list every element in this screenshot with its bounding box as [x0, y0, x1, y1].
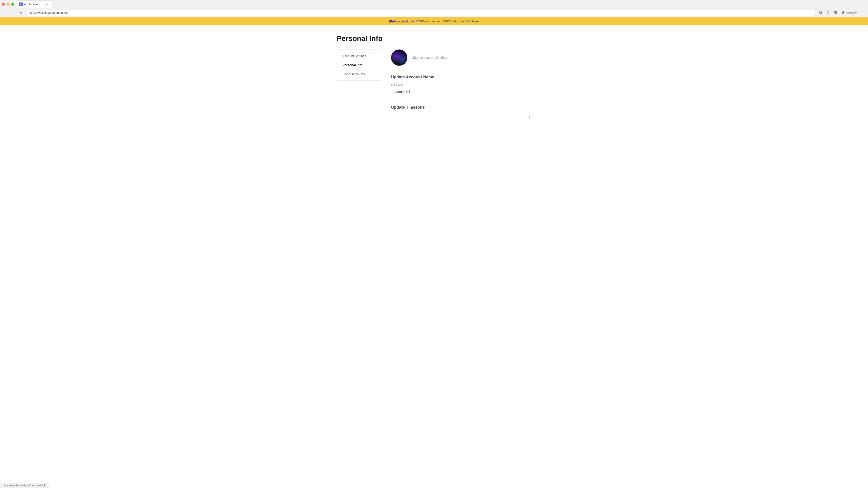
change-photo-text[interactable]: Change your profile photo [412, 56, 448, 59]
window-controls [2, 3, 14, 6]
reload-button[interactable]: ↻ [18, 9, 24, 16]
svg-rect-5 [835, 13, 837, 14]
sidebar-item-account-settings-label: Account Settings [342, 54, 366, 58]
search-icon-button[interactable] [817, 9, 824, 16]
incognito-icon [842, 11, 845, 14]
incognito-label: Incognito [846, 11, 857, 14]
profile-section: Change your profile photo [391, 50, 531, 66]
url-text: arc.dev/settings/personal-info [30, 11, 68, 14]
extensions-icon-button[interactable] [832, 9, 838, 16]
more-menu-button[interactable]: ⋮ [860, 9, 866, 16]
browser-chrome: A Arc Account × + ‹ › ↻ arc.dev/settings… [0, 0, 868, 18]
browser-tab[interactable]: A Arc Account × [16, 0, 52, 8]
bookmark-icon-button[interactable] [825, 9, 831, 16]
timezone-dropdown-icon: ▾ [529, 115, 530, 119]
main-content-area: Change your profile photo Update Account… [391, 50, 531, 129]
address-bar[interactable]: arc.dev/settings/personal-info [26, 9, 816, 16]
promo-banner: [Refer a friend to Arc] $500 cash for yo… [0, 18, 868, 25]
update-timezone-title: Update Timezone [391, 105, 531, 110]
svg-line-1 [822, 13, 822, 14]
svg-rect-2 [834, 11, 835, 12]
new-tab-button[interactable]: + [54, 1, 60, 7]
tab-favicon: A [19, 2, 23, 6]
tab-title: Arc Account [24, 3, 44, 6]
svg-point-6 [842, 11, 844, 14]
forward-button[interactable]: › [10, 9, 16, 16]
full-name-input[interactable] [391, 88, 531, 96]
svg-point-7 [843, 12, 843, 12]
back-button[interactable]: ‹ [2, 9, 8, 16]
sidebar-item-personal-info[interactable]: Personal Info [337, 61, 382, 70]
sidebar-item-personal-info-label: Personal Info [342, 63, 363, 67]
sidebar-item-social-accounts-label: Social Accounts [342, 72, 365, 76]
sidebar-item-account-settings[interactable]: Account Settings [337, 52, 382, 61]
sidebar-item-social-accounts[interactable]: Social Accounts [337, 70, 382, 78]
page-content: Personal Info Account Settings Personal … [0, 25, 868, 488]
bookmark-icon [826, 11, 830, 14]
update-timezone-section: Update Timezone ▾ [391, 105, 531, 120]
referral-link[interactable]: [Refer a friend to Arc] [389, 20, 417, 23]
timezone-select-container[interactable]: ▾ [391, 113, 531, 120]
status-bar: https://arc.dev/settings/personal-info [0, 483, 49, 488]
extensions-icon [833, 11, 837, 14]
banner-text: $500 cash for you, $1000 hiring credit f… [417, 20, 478, 23]
window-maximize-button[interactable] [11, 3, 14, 6]
avatar[interactable] [391, 50, 407, 66]
address-bar-row: ‹ › ↻ arc.dev/settings/personal-info [0, 8, 868, 17]
title-bar: A Arc Account × + [0, 0, 868, 8]
toolbar-icons: Incognito ⋮ [817, 9, 866, 16]
tab-close-button[interactable]: × [46, 2, 49, 6]
svg-rect-3 [835, 11, 837, 12]
full-name-label: Full Name [391, 83, 531, 86]
page-title: Personal Info [337, 34, 531, 43]
update-name-section: Update Account Name Full Name [391, 75, 531, 96]
sidebar: Account Settings Personal Info Social Ac… [337, 50, 382, 80]
main-layout: Account Settings Personal Info Social Ac… [337, 50, 531, 129]
svg-rect-4 [834, 13, 835, 14]
incognito-button[interactable]: Incognito [839, 10, 859, 15]
window-minimize-button[interactable] [6, 3, 9, 6]
page-inner: Personal Info Account Settings Personal … [332, 34, 536, 129]
status-url: https://arc.dev/settings/personal-info [3, 484, 46, 487]
update-name-title: Update Account Name [391, 75, 531, 79]
avatar-image [391, 50, 407, 66]
window-close-button[interactable] [2, 3, 5, 6]
search-icon [819, 11, 823, 14]
